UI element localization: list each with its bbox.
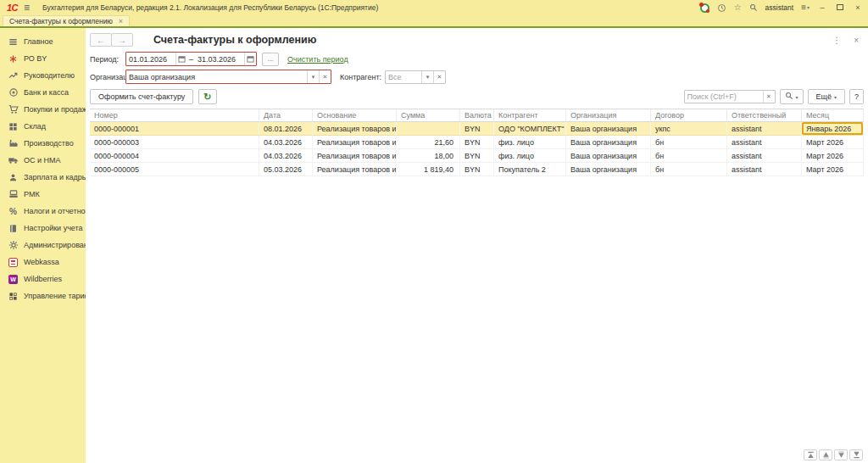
cell-number[interactable]: 0000-000001 (90, 122, 259, 136)
cell-contract[interactable]: укпс (651, 122, 727, 136)
cell-month[interactable]: Январь 2026 (802, 122, 864, 136)
period-to-input[interactable] (195, 53, 244, 65)
column-header-date[interactable]: Дата (259, 109, 313, 122)
column-header-month[interactable]: Месяц (802, 109, 864, 122)
sidebar-item-ро-by[interactable]: РО BY (0, 50, 86, 67)
scroll-bottom-icon[interactable] (849, 449, 863, 460)
search-button[interactable]: ▾ (780, 89, 804, 104)
period-from-input[interactable] (126, 53, 175, 65)
cell-organization[interactable]: Ваша организация (566, 163, 651, 176)
calendar-icon[interactable] (175, 53, 187, 65)
cell-date[interactable]: 04.03.2026 (259, 149, 313, 163)
cell-currency[interactable]: BYN (460, 163, 494, 176)
forward-button[interactable]: → (111, 33, 133, 47)
form-more-icon[interactable]: ⋮ (832, 36, 841, 45)
cell-date[interactable]: 05.03.2026 (259, 163, 313, 176)
cell-counterparty[interactable]: физ. лицо (494, 149, 566, 163)
scroll-top-icon[interactable] (804, 449, 817, 460)
sidebar-item-зарплата-и-кадры[interactable]: Зарплата и кадры (0, 169, 86, 186)
cell-responsible[interactable]: assistant (727, 136, 802, 149)
column-header-currency[interactable]: Валюта (460, 109, 494, 122)
cell-basis[interactable]: Реализация товаров и ... (313, 149, 397, 163)
sidebar-item-администрирование[interactable]: Администрирование (0, 237, 86, 254)
sidebar-item-покупки-и-продажи[interactable]: Покупки и продажи (0, 101, 86, 118)
cell-date[interactable]: 08.01.2026 (259, 122, 313, 136)
refresh-button[interactable]: ↻ (198, 89, 216, 104)
column-header-responsible[interactable]: Ответственный (727, 109, 802, 122)
cell-currency[interactable]: BYN (460, 122, 494, 136)
cell-currency[interactable]: BYN (460, 136, 494, 149)
cell-organization[interactable]: Ваша организация (566, 149, 651, 163)
service-menu-icon[interactable]: ≡▾ (801, 3, 810, 12)
more-button[interactable]: Ещё▾ (808, 89, 845, 104)
favorites-icon[interactable]: ☆ (734, 3, 742, 12)
discussions-icon[interactable] (700, 3, 709, 13)
scroll-up-icon[interactable] (819, 449, 832, 460)
sidebar-item-банк-и-касса[interactable]: Банк и касса (0, 84, 86, 101)
cell-basis[interactable]: Реализация товаров и ... (313, 122, 397, 136)
sidebar-item-webkassa[interactable]: Webkassa (0, 254, 86, 271)
close-icon[interactable]: × (853, 3, 863, 12)
cell-contract[interactable]: бн (651, 163, 727, 176)
search-input[interactable] (685, 91, 763, 103)
cell-sum[interactable]: 18,00 (397, 149, 460, 163)
sidebar-item-склад[interactable]: Склад (0, 118, 86, 135)
dropdown-icon[interactable]: ▾ (421, 71, 433, 83)
counterparty-input[interactable] (386, 71, 421, 83)
cell-basis[interactable]: Реализация товаров и ... (313, 136, 397, 149)
cell-number[interactable]: 0000-000005 (90, 163, 259, 176)
tab-invoices[interactable]: Счета-фактуры к оформлению × (3, 15, 130, 26)
organization-input[interactable] (126, 70, 307, 83)
column-header-organization[interactable]: Организация (566, 109, 651, 122)
cell-sum[interactable] (397, 122, 460, 136)
cell-responsible[interactable]: assistant (727, 149, 802, 163)
clear-period-link[interactable]: Очистить период (287, 55, 348, 64)
scroll-down-icon[interactable] (834, 449, 848, 460)
main-menu-icon[interactable]: ≡ (24, 3, 30, 12)
create-invoice-button[interactable]: Оформить счет-фактуру (90, 89, 193, 104)
form-close-icon[interactable]: × (854, 36, 859, 45)
sidebar-item-производство[interactable]: Производство (0, 135, 86, 152)
cell-counterparty[interactable]: физ. лицо (494, 136, 566, 149)
cell-month[interactable]: Март 2026 (802, 163, 864, 176)
column-header-counterparty[interactable]: Контрагент (494, 109, 566, 122)
clear-search-icon[interactable]: ✕ (763, 91, 775, 103)
column-header-sum[interactable]: Сумма (397, 109, 460, 122)
help-button[interactable]: ? (849, 89, 864, 104)
current-user[interactable]: assistant (765, 3, 794, 12)
sidebar-item-налоги-и-отчетность[interactable]: % Налоги и отчетность (0, 203, 86, 220)
table-row[interactable]: 0000-00000505.03.2026Реализация товаров … (90, 163, 864, 176)
tab-close-icon[interactable]: × (119, 17, 123, 25)
table-row[interactable]: 0000-00000304.03.2026Реализация товаров … (90, 136, 864, 149)
cell-date[interactable]: 04.03.2026 (259, 136, 313, 149)
sidebar-item-главное[interactable]: Главное (0, 33, 86, 50)
sidebar-item-руководителю[interactable]: Руководителю (0, 67, 86, 84)
search-icon[interactable] (749, 3, 758, 12)
clear-icon[interactable]: ✕ (433, 71, 445, 83)
cell-counterparty[interactable]: ОДО "КОМПЛЕКТ" ЗА... (494, 122, 566, 136)
sidebar-item-рмк[interactable]: РМК (0, 186, 86, 203)
table-row[interactable]: 0000-00000404.03.2026Реализация товаров … (90, 149, 864, 163)
cell-counterparty[interactable]: Покупатель 2 (494, 163, 566, 176)
cell-month[interactable]: Март 2026 (802, 136, 864, 149)
cell-contract[interactable]: бн (651, 136, 727, 149)
cell-contract[interactable]: бн (651, 149, 727, 163)
cell-number[interactable]: 0000-000004 (90, 149, 259, 163)
cell-organization[interactable]: Ваша организация (566, 122, 651, 136)
calendar-icon[interactable] (244, 53, 256, 65)
table-row[interactable]: 0000-00000108.01.2026Реализация товаров … (90, 122, 864, 136)
cell-sum[interactable]: 21,60 (397, 136, 460, 149)
sidebar-item-ос-и-нма[interactable]: ОС и НМА (0, 152, 86, 169)
sidebar-item-настройки-учета[interactable]: Настройки учета (0, 220, 86, 237)
cell-responsible[interactable]: assistant (727, 163, 802, 176)
sidebar-item-управление-тарифом[interactable]: Управление тарифом (0, 287, 86, 304)
cell-month[interactable]: Март 2026 (802, 149, 864, 163)
clear-icon[interactable]: ✕ (319, 70, 331, 83)
column-header-number[interactable]: Номер (90, 109, 259, 122)
period-more-button[interactable]: ... (262, 53, 279, 66)
cell-sum[interactable]: 1 819,40 (397, 163, 460, 176)
history-icon[interactable] (717, 3, 726, 13)
column-header-contract[interactable]: Договор (651, 109, 727, 122)
minimize-icon[interactable]: – (817, 3, 827, 12)
cell-currency[interactable]: BYN (460, 149, 494, 163)
